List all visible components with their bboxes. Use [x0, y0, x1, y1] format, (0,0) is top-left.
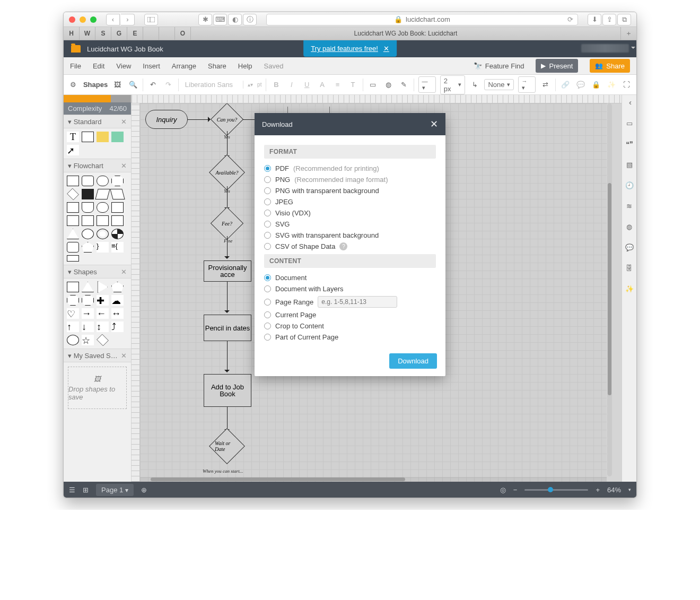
fav-item[interactable]: S — [95, 27, 111, 40]
shape-swatch[interactable] — [67, 229, 79, 239]
shape-swatch[interactable]: ☆ — [82, 335, 94, 345]
zoom-value[interactable]: 64% — [607, 486, 621, 494]
menu-share[interactable]: Share — [208, 62, 226, 70]
layers-icon[interactable]: ≋ — [626, 202, 632, 210]
shape-swatch[interactable] — [82, 282, 94, 292]
shape-outline-icon[interactable]: ▭ — [368, 79, 379, 91]
underline-icon[interactable]: U — [301, 79, 312, 91]
download-button[interactable]: Download — [389, 353, 437, 369]
shape-swatch[interactable] — [67, 282, 79, 292]
address-bar[interactable]: 🔒 lucidchart.com ⟳ — [266, 14, 578, 25]
line-width-select[interactable]: 2 px ▾ — [440, 75, 465, 94]
link-icon[interactable]: 🔗 — [560, 79, 571, 91]
shape-decision[interactable]: Available? — [209, 154, 245, 190]
shape-swatch[interactable] — [82, 215, 94, 226]
group-standard-header[interactable]: ▾ Standard✕ — [64, 115, 131, 128]
fav-item[interactable]: O — [175, 27, 191, 40]
shape-swatch[interactable]: ↔ — [111, 308, 124, 319]
note-shape[interactable] — [97, 132, 109, 142]
menu-help[interactable]: Help — [238, 62, 252, 70]
shape-swatch[interactable]: ← — [97, 308, 109, 319]
shape-swatch[interactable] — [97, 176, 109, 186]
shape-swatch[interactable]: ☁ — [111, 295, 124, 306]
account-menu[interactable] — [581, 44, 629, 53]
image-icon[interactable]: 🖼 — [112, 79, 123, 91]
share-icon[interactable]: ⇪ — [602, 14, 616, 25]
fav-item[interactable]: H — [64, 27, 80, 40]
back-button[interactable]: ‹ — [106, 14, 120, 25]
text-shape[interactable]: T — [67, 132, 79, 142]
scroll-thumb[interactable] — [151, 477, 405, 481]
content-page-range-option[interactable]: Page Range — [264, 294, 436, 309]
shape-swatch[interactable]: ⤴ — [111, 321, 124, 332]
close-icon[interactable]: ✕ — [121, 268, 127, 276]
shape-swatch[interactable]: ↓ — [82, 321, 94, 332]
format-jpeg-option[interactable]: JPEG — [264, 196, 436, 207]
shape-swatch[interactable] — [67, 215, 79, 226]
italic-icon[interactable]: I — [286, 79, 297, 91]
shape-process[interactable]: Provisionally acce — [204, 260, 251, 282]
shape-swatch[interactable]: } — [97, 242, 109, 253]
help-icon[interactable]: ? — [339, 242, 347, 250]
font-size-stepper[interactable]: ▴▾ — [248, 82, 253, 88]
shape-swatch[interactable] — [111, 176, 124, 186]
fav-item[interactable]: E — [127, 27, 143, 40]
content-crop-option[interactable]: Crop to Content — [264, 320, 436, 332]
text-icon[interactable]: T — [347, 79, 358, 91]
shape-swatch[interactable] — [82, 189, 94, 199]
close-icon[interactable]: ✕ — [383, 45, 389, 53]
shape-swatch[interactable] — [82, 229, 94, 239]
minimize-icon[interactable] — [80, 16, 86, 23]
format-pdf-option[interactable]: PDF (Recommended for printing) — [264, 163, 436, 174]
shape-swatch[interactable]: ↕ — [97, 321, 109, 332]
reload-icon[interactable]: ⟳ — [567, 15, 573, 23]
content-part-option[interactable]: Part of Current Page — [264, 332, 436, 343]
shape-swatch[interactable]: ♡ — [67, 308, 79, 319]
shape-swatch[interactable] — [67, 295, 79, 306]
format-png-transparent-option[interactable]: PNG with transparent background — [264, 185, 436, 196]
shape-swatch[interactable]: ✚ — [97, 295, 109, 306]
shape-process[interactable]: Pencil in dates — [204, 315, 251, 341]
present-button[interactable]: ▶ Present — [536, 59, 578, 73]
close-icon[interactable] — [69, 16, 75, 23]
fav-item[interactable] — [143, 27, 159, 40]
feature-find-button[interactable]: 🔭 Feature Find — [474, 62, 524, 70]
group-shapes-header[interactable]: ▾ Shapes✕ — [64, 265, 131, 279]
forward-button[interactable]: › — [121, 14, 135, 25]
tabs-icon[interactable]: ⧉ — [617, 14, 631, 25]
format-png-option[interactable]: PNG (Recommended image format) — [264, 174, 436, 185]
share-button[interactable]: 👥 Share — [590, 59, 630, 73]
shape-swatch[interactable]: ↑ — [67, 321, 79, 332]
horizontal-scrollbar[interactable] — [140, 477, 607, 482]
format-svg-transparent-option[interactable]: SVG with transparent background — [264, 230, 436, 241]
menu-file[interactable]: File — [70, 62, 81, 70]
content-layers-option[interactable]: Document with Layers — [264, 283, 436, 294]
align-icon[interactable]: ≡ — [332, 79, 343, 91]
fav-item[interactable]: W — [80, 27, 95, 40]
zoom-icon[interactable] — [90, 16, 97, 23]
shape-swatch[interactable] — [67, 176, 79, 186]
search-icon[interactable]: 🔍 — [127, 79, 138, 91]
menu-arrange[interactable]: Arrange — [172, 62, 196, 70]
bold-icon[interactable]: B — [270, 79, 282, 91]
shape-decision[interactable]: Wait or Date — [209, 428, 245, 464]
outline-icon[interactable]: ☰ — [69, 486, 75, 494]
rect-shape[interactable] — [82, 132, 94, 142]
collapse-icon[interactable]: ‹‹ — [629, 98, 629, 107]
lock-icon[interactable]: 🔒 — [590, 79, 601, 91]
shape-swatch[interactable]: ≡{ — [111, 242, 124, 253]
magic-wand-icon[interactable]: ✨ — [625, 285, 634, 293]
shape-swatch[interactable] — [97, 334, 109, 346]
downloads-icon[interactable]: ⬇ — [588, 14, 601, 25]
close-icon[interactable]: ✕ — [121, 162, 127, 170]
data-icon[interactable]: 🗄 — [626, 264, 633, 272]
shape-swatch[interactable] — [67, 202, 79, 213]
slideshow-icon[interactable]: ▧ — [626, 161, 633, 169]
redo-icon[interactable]: ↷ — [163, 79, 174, 91]
line-end-select[interactable]: → ▾ — [518, 76, 536, 93]
content-document-option[interactable]: Document — [264, 272, 436, 283]
shape-process[interactable]: Add to Job Book — [204, 374, 251, 407]
format-visio-option[interactable]: Visio (VDX) — [264, 207, 436, 219]
fullscreen-icon[interactable]: ⛶ — [621, 79, 632, 91]
saved-drop-zone[interactable]: 🖼 Drop shapes to save — [68, 367, 127, 409]
